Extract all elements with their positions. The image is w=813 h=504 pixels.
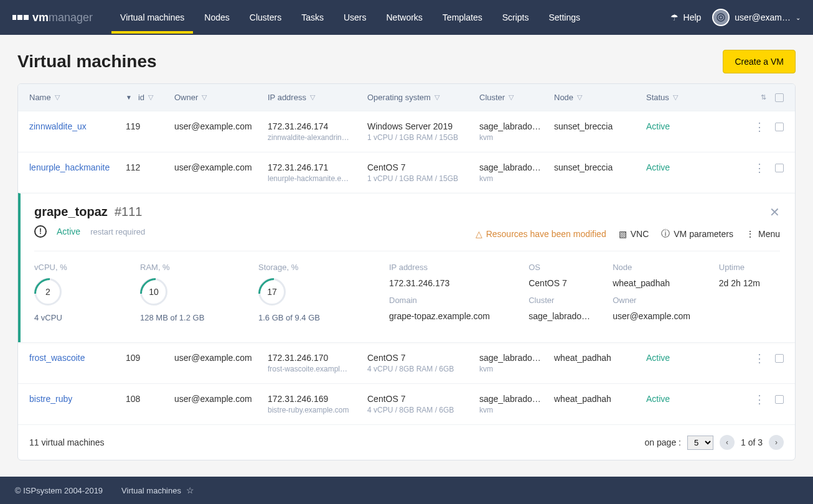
create-vm-button[interactable]: Create a VM: [723, 50, 796, 73]
page-indicator: 1 of 3: [741, 437, 763, 447]
main-nav: Virtual machines Nodes Clusters Tasks Us…: [111, 1, 670, 34]
vm-id: 119: [126, 121, 174, 131]
vm-name-link[interactable]: frost_wascoite: [29, 353, 85, 363]
metric-ram-label: RAM, %: [140, 263, 252, 272]
row-checkbox[interactable]: [775, 354, 784, 363]
next-page-button[interactable]: ›: [769, 435, 784, 450]
col-ip-label: IP address: [268, 93, 306, 102]
nav-users[interactable]: Users: [335, 1, 375, 34]
svg-point-1: [720, 16, 723, 19]
vm-owner: user@example.com: [174, 394, 268, 404]
col-owner-label: Owner: [174, 93, 198, 102]
vm-cluster-sub: kvm: [479, 174, 554, 183]
resources-modified-warning: △ Resources have been modified: [476, 229, 606, 239]
vm-specs: 1 vCPU / 1GB RAM / 15GB: [367, 133, 479, 142]
col-id[interactable]: ▼id▽: [126, 93, 174, 102]
col-ip[interactable]: IP address▽: [268, 93, 367, 102]
row-checkbox[interactable]: [775, 164, 784, 172]
help-link[interactable]: ☂ Help: [670, 12, 702, 22]
table-row: frost_wascoite 109 user@example.com 172.…: [18, 342, 795, 383]
filter-icon[interactable]: ▽: [310, 93, 315, 101]
nav-clusters[interactable]: Clusters: [241, 1, 290, 34]
col-status-label: Status: [646, 93, 669, 102]
filter-icon[interactable]: ▽: [55, 93, 60, 101]
col-name[interactable]: Name▽: [29, 93, 126, 102]
vm-ip: 172.31.246.169: [268, 394, 367, 404]
filter-icon[interactable]: ▽: [673, 93, 678, 101]
vnc-button[interactable]: ▧ VNC: [619, 229, 649, 239]
page-size-select[interactable]: 5: [687, 436, 713, 450]
vm-name-link[interactable]: lenurple_hackmanite: [29, 162, 110, 172]
vm-specs: 4 vCPU / 8GB RAM / 6GB: [367, 406, 479, 414]
vm-ip: 172.31.246.170: [268, 353, 367, 363]
info-domain: grape-topaz.example.com: [389, 311, 522, 321]
col-node-label: Node: [554, 93, 573, 102]
col-os[interactable]: Operating system▽: [367, 93, 479, 102]
user-menu[interactable]: user@exam… ⌄: [712, 9, 801, 26]
vm-cluster-sub: kvm: [479, 365, 554, 373]
vm-node: wheat_padhah: [554, 353, 646, 363]
prev-page-button[interactable]: ‹: [720, 435, 735, 450]
row-menu-button[interactable]: ⋮: [754, 353, 765, 364]
row-menu-button[interactable]: ⋮: [754, 121, 765, 133]
select-all-checkbox[interactable]: [775, 93, 784, 102]
col-name-label: Name: [29, 93, 51, 102]
vm-cluster: sage_labrado…: [479, 353, 554, 363]
close-icon[interactable]: ✕: [769, 205, 780, 220]
ram-sub: 128 MB of 1.2 GB: [140, 313, 252, 322]
nav-virtual-machines[interactable]: Virtual machines: [111, 1, 193, 34]
filter-icon[interactable]: ▽: [509, 93, 514, 101]
nav-templates[interactable]: Templates: [434, 1, 491, 34]
vm-cluster: sage_labrado…: [479, 121, 554, 131]
filter-icon[interactable]: ▽: [435, 93, 439, 101]
vm-os: CentOS 7: [367, 162, 479, 172]
vm-name-link[interactable]: bistre_ruby: [29, 394, 72, 404]
vm-id: 108: [126, 394, 174, 404]
logo: vmmanager: [12, 11, 93, 24]
column-settings-icon[interactable]: ⇅: [761, 93, 766, 101]
vm-domain: zinnwaldite-alexandrin…: [268, 133, 367, 142]
vm-parameters-button[interactable]: ⓘ VM parameters: [661, 228, 733, 240]
detail-vm-name: grape_topaz: [34, 205, 108, 218]
row-menu-button[interactable]: ⋮: [754, 162, 765, 174]
col-owner[interactable]: Owner▽: [174, 93, 268, 102]
detail-restart-note: restart required: [90, 227, 145, 236]
vm-name-link[interactable]: zinnwaldite_ux: [29, 121, 87, 131]
info-uptime: 2d 2h 12m: [719, 278, 780, 288]
vm-cluster: sage_labrado…: [479, 394, 554, 404]
filter-icon[interactable]: ▽: [577, 93, 582, 101]
vm-domain: bistre-ruby.example.com: [268, 406, 367, 414]
col-cluster-label: Cluster: [479, 93, 505, 102]
col-status[interactable]: Status▽: [646, 93, 713, 102]
vm-specs: 4 vCPU / 8GB RAM / 6GB: [367, 365, 479, 373]
metric-storage-label: Storage, %: [258, 263, 383, 272]
filter-icon[interactable]: ▽: [202, 93, 207, 101]
storage-gauge: 17: [258, 278, 286, 306]
vm-node: wheat_padhah: [554, 394, 646, 404]
row-menu-button[interactable]: ⋮: [754, 394, 765, 405]
nav-scripts[interactable]: Scripts: [494, 1, 538, 34]
detail-menu-button[interactable]: ⋮ Menu: [746, 229, 780, 239]
metric-vcpu-label: vCPU, %: [34, 263, 134, 272]
vm-cluster-sub: kvm: [479, 406, 554, 414]
vm-domain: frost-wascoite.exampl…: [268, 365, 367, 373]
row-checkbox[interactable]: [775, 395, 784, 404]
avatar-icon: [712, 9, 730, 26]
nav-tasks[interactable]: Tasks: [293, 1, 332, 34]
logo-light: manager: [49, 11, 93, 24]
nav-settings[interactable]: Settings: [540, 1, 589, 34]
filter-icon[interactable]: ▽: [148, 93, 153, 101]
nav-nodes[interactable]: Nodes: [195, 1, 238, 34]
nav-networks[interactable]: Networks: [378, 1, 431, 34]
row-checkbox[interactable]: [775, 123, 784, 131]
col-cluster[interactable]: Cluster▽: [479, 93, 554, 102]
app-header: vmmanager Virtual machines Nodes Cluster…: [0, 0, 813, 35]
page-body: Virtual machines Create a VM Name▽ ▼id▽ …: [0, 35, 813, 475]
col-node[interactable]: Node▽: [554, 93, 646, 102]
vm-id: 112: [126, 162, 174, 172]
vm-status: Active: [646, 121, 713, 131]
logo-bold: vm: [32, 11, 49, 24]
svg-point-0: [717, 14, 725, 21]
vm-status: Active: [646, 162, 713, 172]
user-label: user@exam…: [735, 12, 791, 22]
